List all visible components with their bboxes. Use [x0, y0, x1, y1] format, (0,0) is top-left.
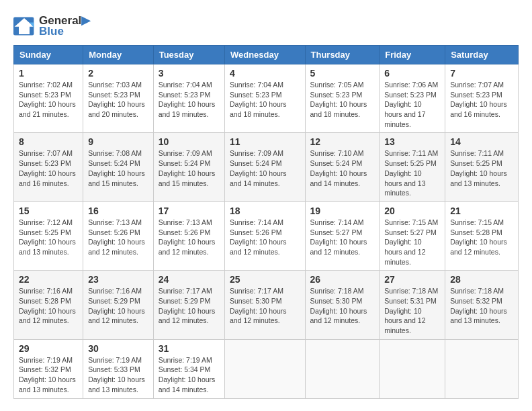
calendar-cell: 9 Sunrise: 7:08 AM Sunset: 5:24 PM Dayli… [83, 133, 154, 201]
day-number: 18 [230, 205, 300, 216]
day-info: Sunrise: 7:05 AM Sunset: 5:23 PM Dayligh… [310, 80, 375, 120]
calendar-cell: 24 Sunrise: 7:17 AM Sunset: 5:29 PM Dayl… [153, 271, 224, 339]
day-number: 15 [19, 205, 78, 216]
day-info: Sunrise: 7:19 AM Sunset: 5:33 PM Dayligh… [88, 355, 148, 395]
day-number: 2 [88, 68, 148, 79]
calendar-cell: 11 Sunrise: 7:09 AM Sunset: 5:24 PM Dayl… [224, 133, 305, 201]
day-info: Sunrise: 7:11 AM Sunset: 5:25 PM Dayligh… [450, 148, 513, 188]
day-info: Sunrise: 7:17 AM Sunset: 5:30 PM Dayligh… [230, 286, 300, 326]
calendar-cell: 13 Sunrise: 7:11 AM Sunset: 5:25 PM Dayl… [380, 133, 445, 201]
calendar-header-row: SundayMondayTuesdayWednesdayThursdayFrid… [14, 46, 519, 64]
day-number: 14 [450, 136, 513, 147]
day-info: Sunrise: 7:18 AM Sunset: 5:30 PM Dayligh… [310, 286, 375, 326]
day-info: Sunrise: 7:09 AM Sunset: 5:24 PM Dayligh… [159, 148, 220, 188]
day-info: Sunrise: 7:03 AM Sunset: 5:23 PM Dayligh… [88, 80, 148, 120]
day-info: Sunrise: 7:08 AM Sunset: 5:24 PM Dayligh… [88, 148, 148, 188]
day-number: 4 [230, 68, 300, 79]
header-monday: Monday [83, 46, 154, 64]
calendar-cell: 17 Sunrise: 7:13 AM Sunset: 5:26 PM Dayl… [153, 201, 224, 270]
day-number: 20 [384, 205, 440, 216]
day-number: 26 [310, 274, 375, 285]
calendar-cell: 19 Sunrise: 7:14 AM Sunset: 5:27 PM Dayl… [305, 201, 380, 270]
calendar-cell [224, 339, 305, 398]
day-number: 23 [88, 274, 148, 285]
day-number: 13 [384, 136, 440, 147]
calendar-cell [305, 339, 380, 398]
day-info: Sunrise: 7:15 AM Sunset: 5:27 PM Dayligh… [384, 218, 440, 267]
day-number: 19 [310, 205, 375, 216]
week-row-4: 22 Sunrise: 7:16 AM Sunset: 5:28 PM Dayl… [14, 271, 519, 339]
week-row-1: 1 Sunrise: 7:02 AM Sunset: 5:23 PM Dayli… [14, 64, 519, 133]
calendar-cell: 26 Sunrise: 7:18 AM Sunset: 5:30 PM Dayl… [305, 271, 380, 339]
day-info: Sunrise: 7:10 AM Sunset: 5:24 PM Dayligh… [310, 148, 375, 188]
day-number: 31 [159, 343, 220, 354]
calendar-cell: 31 Sunrise: 7:19 AM Sunset: 5:34 PM Dayl… [153, 339, 224, 398]
header-sunday: Sunday [14, 46, 83, 64]
calendar-cell: 1 Sunrise: 7:02 AM Sunset: 5:23 PM Dayli… [14, 64, 83, 133]
calendar-cell: 25 Sunrise: 7:17 AM Sunset: 5:30 PM Dayl… [224, 271, 305, 339]
day-info: Sunrise: 7:06 AM Sunset: 5:23 PM Dayligh… [384, 80, 440, 129]
day-info: Sunrise: 7:14 AM Sunset: 5:26 PM Dayligh… [230, 218, 300, 257]
day-number: 30 [88, 343, 148, 354]
calendar-cell: 22 Sunrise: 7:16 AM Sunset: 5:28 PM Dayl… [14, 271, 83, 339]
day-info: Sunrise: 7:11 AM Sunset: 5:25 PM Dayligh… [384, 148, 440, 197]
calendar-cell: 30 Sunrise: 7:19 AM Sunset: 5:33 PM Dayl… [83, 339, 154, 398]
day-number: 27 [384, 274, 440, 285]
day-info: Sunrise: 7:19 AM Sunset: 5:34 PM Dayligh… [159, 355, 220, 395]
calendar-cell: 16 Sunrise: 7:13 AM Sunset: 5:26 PM Dayl… [83, 201, 154, 270]
calendar-cell: 10 Sunrise: 7:09 AM Sunset: 5:24 PM Dayl… [153, 133, 224, 201]
week-row-2: 8 Sunrise: 7:07 AM Sunset: 5:23 PM Dayli… [14, 133, 519, 201]
calendar-cell: 28 Sunrise: 7:18 AM Sunset: 5:32 PM Dayl… [445, 271, 519, 339]
day-number: 8 [19, 136, 78, 147]
day-number: 6 [384, 68, 440, 79]
day-info: Sunrise: 7:18 AM Sunset: 5:32 PM Dayligh… [450, 286, 513, 326]
header-saturday: Saturday [445, 46, 519, 64]
day-number: 12 [310, 136, 375, 147]
day-number: 11 [230, 136, 300, 147]
header-wednesday: Wednesday [224, 46, 305, 64]
calendar-cell: 8 Sunrise: 7:07 AM Sunset: 5:23 PM Dayli… [14, 133, 83, 201]
day-number: 28 [450, 274, 513, 285]
calendar-table: SundayMondayTuesdayWednesdayThursdayFrid… [13, 45, 519, 399]
day-info: Sunrise: 7:19 AM Sunset: 5:32 PM Dayligh… [19, 355, 78, 395]
day-number: 9 [88, 136, 148, 147]
calendar-cell: 6 Sunrise: 7:06 AM Sunset: 5:23 PM Dayli… [380, 64, 445, 133]
day-info: Sunrise: 7:15 AM Sunset: 5:28 PM Dayligh… [450, 218, 513, 257]
day-info: Sunrise: 7:07 AM Sunset: 5:23 PM Dayligh… [450, 80, 513, 120]
logo-icon [13, 17, 35, 36]
day-number: 22 [19, 274, 78, 285]
week-row-3: 15 Sunrise: 7:12 AM Sunset: 5:25 PM Dayl… [14, 201, 519, 270]
day-number: 24 [159, 274, 220, 285]
page-header: General▶ Blue [13, 13, 519, 38]
day-info: Sunrise: 7:02 AM Sunset: 5:23 PM Dayligh… [19, 80, 78, 120]
calendar-cell: 3 Sunrise: 7:04 AM Sunset: 5:23 PM Dayli… [153, 64, 224, 133]
calendar-cell: 15 Sunrise: 7:12 AM Sunset: 5:25 PM Dayl… [14, 201, 83, 270]
header-tuesday: Tuesday [153, 46, 224, 64]
calendar-cell: 23 Sunrise: 7:16 AM Sunset: 5:29 PM Dayl… [83, 271, 154, 339]
week-row-5: 29 Sunrise: 7:19 AM Sunset: 5:32 PM Dayl… [14, 339, 519, 398]
calendar-cell: 29 Sunrise: 7:19 AM Sunset: 5:32 PM Dayl… [14, 339, 83, 398]
day-number: 5 [310, 68, 375, 79]
calendar-cell: 20 Sunrise: 7:15 AM Sunset: 5:27 PM Dayl… [380, 201, 445, 270]
day-info: Sunrise: 7:14 AM Sunset: 5:27 PM Dayligh… [310, 218, 375, 257]
calendar-cell: 27 Sunrise: 7:18 AM Sunset: 5:31 PM Dayl… [380, 271, 445, 339]
day-info: Sunrise: 7:09 AM Sunset: 5:24 PM Dayligh… [230, 148, 300, 188]
day-number: 7 [450, 68, 513, 79]
day-number: 21 [450, 205, 513, 216]
calendar-cell [380, 339, 445, 398]
header-friday: Friday [380, 46, 445, 64]
calendar-cell: 14 Sunrise: 7:11 AM Sunset: 5:25 PM Dayl… [445, 133, 519, 201]
day-info: Sunrise: 7:16 AM Sunset: 5:28 PM Dayligh… [19, 286, 78, 326]
day-info: Sunrise: 7:13 AM Sunset: 5:26 PM Dayligh… [88, 218, 148, 257]
logo: General▶ Blue [13, 13, 90, 38]
day-number: 1 [19, 68, 78, 79]
day-info: Sunrise: 7:16 AM Sunset: 5:29 PM Dayligh… [88, 286, 148, 326]
calendar-cell: 2 Sunrise: 7:03 AM Sunset: 5:23 PM Dayli… [83, 64, 154, 133]
day-info: Sunrise: 7:13 AM Sunset: 5:26 PM Dayligh… [159, 218, 220, 257]
day-info: Sunrise: 7:04 AM Sunset: 5:23 PM Dayligh… [159, 80, 220, 120]
calendar-cell: 21 Sunrise: 7:15 AM Sunset: 5:28 PM Dayl… [445, 201, 519, 270]
calendar-cell [445, 339, 519, 398]
day-info: Sunrise: 7:12 AM Sunset: 5:25 PM Dayligh… [19, 218, 78, 257]
day-number: 17 [159, 205, 220, 216]
day-number: 16 [88, 205, 148, 216]
